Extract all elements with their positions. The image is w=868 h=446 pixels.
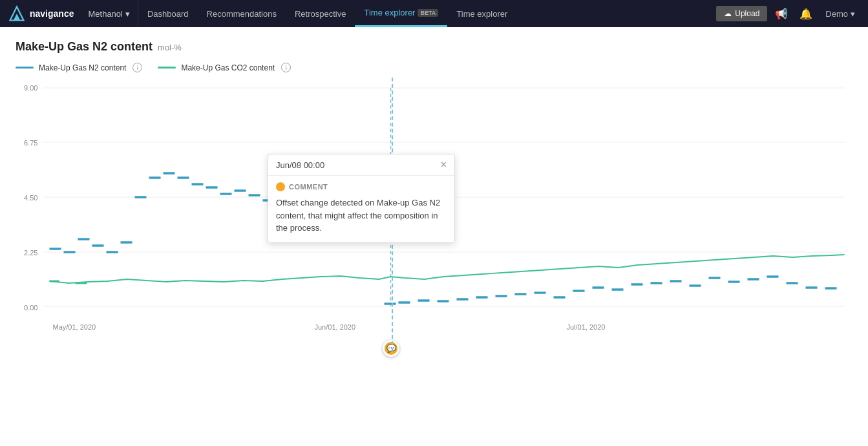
chart-unit: mol-%	[158, 43, 182, 52]
upload-icon: ☁	[724, 9, 732, 18]
chart-title-text: Make-Up Gas N2 content	[16, 40, 153, 54]
brand-label: Methanol	[88, 9, 122, 19]
beta-badge: BETA	[418, 9, 438, 17]
legend-item-n2: Make-Up Gas N2 content i	[16, 63, 142, 72]
nav-links: Dashboard Recommendations Retrospective …	[138, 0, 716, 27]
megaphone-icon[interactable]: 📢	[771, 5, 792, 23]
legend-item-co2: Make-Up Gas CO2 content i	[158, 63, 291, 72]
tooltip-date: Jun/08 00:00	[276, 160, 324, 170]
tooltip-comment-label-text: COMMENT	[289, 183, 328, 191]
nav-link-time-explorer[interactable]: Time explorer	[447, 0, 516, 27]
bell-icon[interactable]: 🔔	[796, 5, 816, 23]
logo-text: navigance	[30, 8, 74, 19]
legend-label-n2: Make-Up Gas N2 content	[39, 63, 126, 72]
y-label-225: 2.25	[24, 249, 37, 257]
brand-chevron-icon: ▾	[125, 9, 130, 19]
chart-wrapper: 9.00 6.75 4.50 2.25 0.00 May/01, 2020 Ju…	[16, 78, 852, 377]
comment-icon: 💬	[386, 344, 396, 353]
chart-svg-container: 9.00 6.75 4.50 2.25 0.00 May/01, 2020 Ju…	[16, 78, 852, 377]
legend-label-co2: Make-Up Gas CO2 content	[181, 63, 275, 72]
tooltip-header: Jun/08 00:00 ×	[268, 154, 454, 176]
demo-label: Demo	[825, 9, 848, 19]
tooltip: Jun/08 00:00 × COMMENT Offset change det…	[268, 154, 455, 243]
tooltip-comment-row: COMMENT	[276, 182, 447, 191]
navbar: navigance Methanol ▾ Dashboard Recommend…	[0, 0, 868, 27]
svg-marker-1	[14, 14, 21, 21]
nav-link-time-explorer-beta[interactable]: Time explorer BETA	[355, 0, 447, 27]
co2-line	[50, 255, 845, 283]
y-label-450: 4.50	[24, 194, 37, 202]
nav-link-retrospective[interactable]: Retrospective	[286, 0, 355, 27]
y-label-675: 6.75	[24, 139, 37, 147]
nav-link-label: Time explorer	[364, 8, 415, 17]
nav-link-dashboard[interactable]: Dashboard	[138, 0, 198, 27]
chart-legend: Make-Up Gas N2 content i Make-Up Gas CO2…	[16, 63, 852, 72]
upload-button[interactable]: ☁ Upload	[716, 6, 767, 21]
upload-label: Upload	[735, 9, 759, 18]
n2-info-icon[interactable]: i	[132, 63, 142, 72]
x-label-jul: Jul/01, 2020	[567, 323, 606, 331]
tooltip-comment-text: Offset change detected on Make-up Gas N2…	[276, 196, 447, 235]
y-label-000: 0.00	[24, 304, 37, 312]
brand-dropdown[interactable]: Methanol ▾	[80, 0, 138, 27]
main-content: Make-Up Gas N2 content mol-% Make-Up Gas…	[0, 27, 868, 446]
demo-chevron-icon: ▾	[851, 9, 855, 19]
tooltip-body: COMMENT Offset change detected on Make-u…	[268, 176, 454, 242]
co2-info-icon[interactable]: i	[281, 63, 291, 72]
logo[interactable]: navigance	[8, 5, 74, 23]
tooltip-close-button[interactable]: ×	[441, 160, 447, 170]
x-label-jun: Jun/01, 2020	[315, 323, 356, 331]
legend-line-co2	[158, 67, 176, 69]
demo-dropdown[interactable]: Demo ▾	[820, 9, 860, 19]
chart-title-row: Make-Up Gas N2 content mol-%	[16, 40, 852, 54]
legend-line-n2	[16, 67, 34, 69]
y-label-900: 9.00	[24, 84, 37, 92]
nav-right: ☁ Upload 📢 🔔 Demo ▾	[716, 5, 860, 23]
comment-marker[interactable]: 💬	[383, 340, 399, 357]
x-label-may: May/01, 2020	[53, 323, 96, 331]
nav-link-recommendations[interactable]: Recommendations	[198, 0, 286, 27]
comment-dot-icon	[276, 182, 285, 191]
